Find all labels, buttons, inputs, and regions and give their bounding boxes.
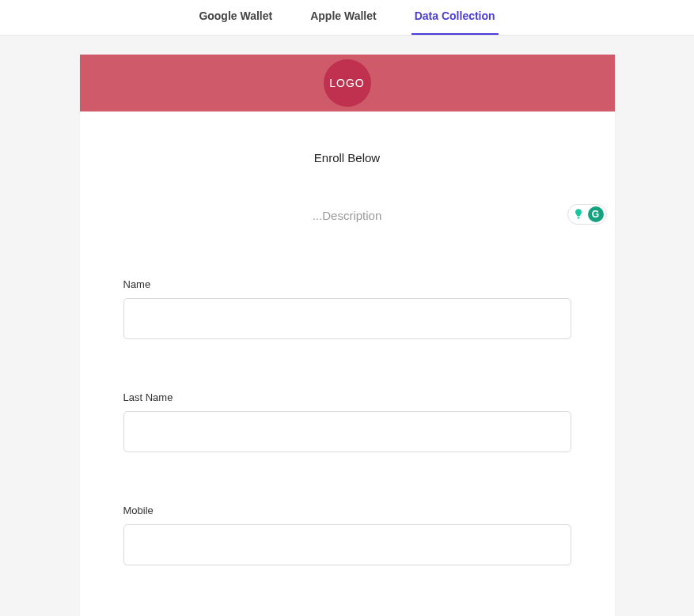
tabs-bar: Google Wallet Apple Wallet Data Collecti… — [0, 0, 694, 36]
content-wrap: LOGO Enroll Below ...Description G — [0, 36, 694, 616]
card-body: Enroll Below ...Description G N — [80, 111, 615, 616]
enroll-title: Enroll Below — [80, 151, 615, 164]
input-lastname[interactable] — [123, 411, 571, 452]
form-group-lastname: Last Name — [123, 391, 571, 452]
form-group-mobile: Mobile — [123, 505, 571, 565]
preview-card: LOGO Enroll Below ...Description G — [80, 55, 615, 616]
description-row: ...Description G — [80, 209, 615, 231]
logo-text: LOGO — [329, 77, 364, 89]
label-name: Name — [123, 278, 571, 290]
tab-apple-wallet[interactable]: Apple Wallet — [307, 0, 380, 35]
label-lastname: Last Name — [123, 391, 571, 403]
grammarly-badge[interactable]: G — [567, 204, 607, 225]
form-group-name: Name — [123, 278, 571, 339]
tab-data-collection[interactable]: Data Collection — [411, 0, 499, 35]
card-header: LOGO — [80, 55, 615, 111]
input-name[interactable] — [123, 298, 571, 339]
tab-google-wallet[interactable]: Google Wallet — [195, 0, 275, 35]
input-mobile[interactable] — [123, 524, 571, 565]
logo-placeholder: LOGO — [324, 59, 371, 107]
svg-rect-0 — [577, 217, 579, 217]
grammarly-icon: G — [588, 206, 604, 222]
label-mobile: Mobile — [123, 505, 571, 516]
lightbulb-icon — [571, 207, 586, 221]
svg-rect-1 — [577, 218, 578, 219]
enroll-form: Name Last Name Mobile Email — [80, 231, 615, 616]
description-text: ...Description — [313, 209, 382, 222]
